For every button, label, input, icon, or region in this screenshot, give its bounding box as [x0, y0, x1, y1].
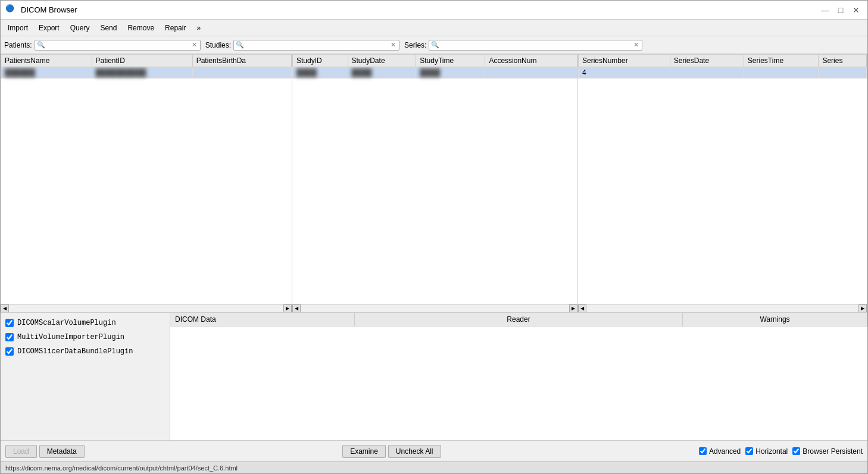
advanced-checkbox[interactable] [699, 447, 707, 455]
cell-series-desc [819, 67, 867, 79]
cell-series-time [744, 67, 819, 79]
table-row[interactable]: ████ ████ ████ [293, 67, 577, 79]
metadata-button[interactable]: Metadata [39, 445, 85, 458]
studies-col-accession: AccessionNum [485, 55, 577, 67]
browser-persistent-option: Browser Persistent [792, 447, 863, 456]
patients-col-dob: PatientsBirthDa [192, 55, 291, 67]
patients-search-wrapper: 🔍 ✕ [35, 40, 201, 51]
studies-scroll-right[interactable]: ▶ [569, 305, 577, 313]
plugin-checkbox-3[interactable] [5, 347, 14, 356]
studies-scroll-track [301, 305, 569, 313]
studies-table: StudyID StudyDate StudyTime AccessionNum… [292, 54, 577, 79]
studies-scrollbar[interactable]: ◀ ▶ [292, 304, 577, 312]
toolbar-center: Examine Uncheck All [342, 445, 441, 458]
patients-panel: PatientsName PatientID PatientsBirthDa █… [1, 54, 292, 312]
patients-scroll-left[interactable]: ◀ [1, 305, 9, 313]
table-row[interactable]: 4 [579, 67, 867, 79]
series-search-input[interactable] [441, 41, 631, 49]
browser-persistent-checkbox[interactable] [792, 447, 800, 455]
cell-series-number: 4 [579, 67, 670, 79]
advanced-label: Advanced [709, 447, 741, 456]
plugin-label-1: DICOMScalarVolumePlugin [17, 319, 116, 327]
patients-col-id: PatientID [92, 55, 192, 67]
series-table-wrapper[interactable]: SeriesNumber SeriesDate SeriesTime Serie… [578, 54, 867, 304]
studies-search-section: Studies: 🔍 ✕ [205, 40, 399, 51]
series-col-time: SeriesTime [744, 55, 819, 67]
horizontal-label: Horizontal [755, 447, 788, 456]
patients-clear-icon[interactable]: ✕ [191, 41, 198, 49]
title-bar-controls: — □ ✕ [819, 4, 863, 17]
studies-panel: StudyID StudyDate StudyTime AccessionNum… [292, 54, 578, 312]
data-col-warnings: Warnings [683, 313, 867, 326]
minimize-button[interactable]: — [819, 4, 832, 17]
browser-persistent-label: Browser Persistent [803, 447, 863, 456]
patients-table-wrapper[interactable]: PatientsName PatientID PatientsBirthDa █… [1, 54, 292, 304]
close-button[interactable]: ✕ [850, 4, 863, 17]
plugin-label-3: DICOMSlicerDataBundlePlugin [17, 347, 133, 356]
studies-search-wrapper: 🔍 ✕ [233, 40, 399, 51]
menu-query[interactable]: Query [65, 22, 95, 34]
plugin-checkbox-1[interactable] [5, 319, 14, 327]
studies-table-wrapper[interactable]: StudyID StudyDate StudyTime AccessionNum… [292, 54, 577, 304]
series-scroll-left[interactable]: ◀ [578, 305, 586, 313]
menu-more[interactable]: » [192, 22, 205, 34]
load-button[interactable]: Load [5, 445, 37, 458]
studies-label: Studies: [205, 41, 231, 49]
patients-table: PatientsName PatientID PatientsBirthDa █… [1, 54, 292, 79]
plugin-label-2: MultiVolumeImporterPlugin [17, 333, 124, 341]
data-col-reader: Reader [355, 313, 683, 326]
examine-button[interactable]: Examine [342, 445, 386, 458]
studies-col-date: StudyDate [348, 55, 416, 67]
table-row[interactable]: ██████ ██████████ [1, 67, 292, 79]
plugin-item-2: MultiVolumeImporterPlugin [5, 332, 165, 343]
horizontal-option: Horizontal [745, 447, 788, 456]
cell-patient-id: ██████████ [92, 67, 192, 79]
menu-remove[interactable]: Remove [123, 22, 159, 34]
horizontal-checkbox[interactable] [745, 447, 753, 455]
bottom-section: DICOMScalarVolumePlugin MultiVolumeImpor… [1, 312, 867, 440]
bottom-toolbar: Load Metadata Examine Uncheck All Advanc… [1, 440, 867, 462]
series-search-section: Series: 🔍 ✕ [404, 40, 642, 51]
series-search-icon: 🔍 [431, 41, 439, 49]
menu-export[interactable]: Export [34, 22, 64, 34]
data-panel-body [170, 327, 867, 440]
patients-scroll-right[interactable]: ▶ [283, 305, 292, 313]
series-col-desc: Series [819, 55, 867, 67]
cell-series-date [670, 67, 744, 79]
cell-study-accession [485, 67, 577, 79]
series-clear-icon[interactable]: ✕ [632, 41, 640, 49]
search-bar: Patients: 🔍 ✕ Studies: 🔍 ✕ Series: 🔍 ✕ [1, 36, 867, 54]
cell-study-id: ████ [293, 67, 348, 79]
series-scroll-right[interactable]: ▶ [858, 305, 867, 313]
series-scrollbar[interactable]: ◀ ▶ [578, 304, 867, 312]
uncheck-all-button[interactable]: Uncheck All [388, 445, 441, 458]
studies-col-time: StudyTime [416, 55, 485, 67]
series-table: SeriesNumber SeriesDate SeriesTime Serie… [578, 54, 867, 79]
cell-study-time: ████ [416, 67, 485, 79]
series-search-wrapper: 🔍 ✕ [429, 40, 642, 51]
patients-scrollbar[interactable]: ◀ ▶ [1, 304, 292, 312]
studies-search-input[interactable] [245, 41, 388, 49]
patients-col-name: PatientsName [1, 55, 92, 67]
data-col-dicom: DICOM Data [170, 313, 355, 326]
patients-search-icon: 🔍 [37, 41, 45, 49]
patients-search-input[interactable] [46, 41, 189, 49]
plugin-checkbox-2[interactable] [5, 333, 14, 341]
plugin-item-1: DICOMScalarVolumePlugin [5, 318, 165, 328]
maximize-button[interactable]: □ [834, 4, 847, 17]
series-col-date: SeriesDate [670, 55, 744, 67]
cell-patient-name: ██████ [1, 67, 92, 79]
plugin-item-3: DICOMSlicerDataBundlePlugin [5, 346, 165, 357]
menu-import[interactable]: Import [3, 22, 33, 34]
patients-scroll-track [9, 305, 283, 313]
status-bar: https://dicom.nema.org/medical/dicom/cur… [1, 462, 867, 473]
studies-search-icon: 🔍 [236, 41, 244, 49]
studies-scroll-left[interactable]: ◀ [292, 305, 301, 313]
toolbar-left: Load Metadata [5, 445, 85, 458]
patients-label: Patients: [4, 41, 32, 49]
data-panel-header: DICOM Data Reader Warnings [170, 313, 867, 327]
studies-clear-icon[interactable]: ✕ [389, 41, 397, 49]
window-title: DICOM Browser [21, 5, 77, 14]
menu-send[interactable]: Send [95, 22, 121, 34]
menu-repair[interactable]: Repair [160, 22, 191, 34]
